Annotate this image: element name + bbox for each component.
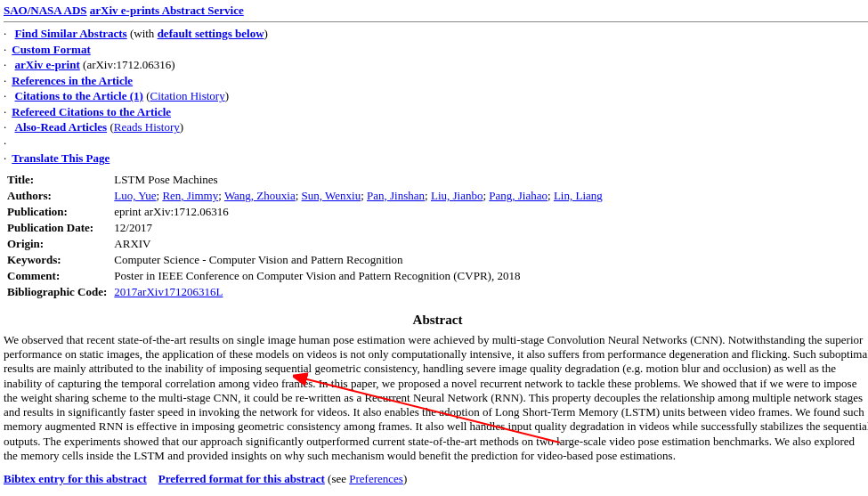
- author-link[interactable]: Sun, Wenxiu: [302, 189, 361, 202]
- origin-value: ARXIV: [110, 236, 605, 252]
- nav-translate-page[interactable]: Translate This Page: [12, 151, 110, 165]
- title-value: LSTM Pose Machines: [110, 172, 605, 188]
- comment-label: Comment:: [4, 268, 110, 284]
- preferences-link[interactable]: Preferences: [349, 472, 403, 485]
- metadata-table: Title: LSTM Pose Machines Authors: Luo, …: [4, 172, 606, 300]
- bibtex-entry-link[interactable]: Bibtex entry for this abstract: [4, 472, 147, 485]
- author-link[interactable]: Ren, Jimmy: [162, 189, 218, 202]
- nav-citations[interactable]: Citations to the Article (1): [15, 89, 143, 102]
- author-link[interactable]: Liu, Jianbo: [431, 189, 483, 202]
- nav-default-settings[interactable]: default settings below: [158, 27, 264, 40]
- nav-list: Find Similar Abstracts (with default set…: [4, 26, 868, 167]
- author-link[interactable]: Pan, Jinshan: [367, 189, 425, 202]
- arxiv-id-text: (arXiv:1712.06316): [80, 58, 175, 71]
- author-link[interactable]: Pang, Jiahao: [489, 189, 548, 202]
- nav-refereed-citations[interactable]: Refereed Citations to the Article: [12, 105, 171, 118]
- keywords-label: Keywords:: [4, 252, 110, 268]
- origin-label: Origin:: [4, 236, 110, 252]
- nav-references[interactable]: References in the Article: [12, 74, 133, 87]
- abstract-heading: Abstract: [4, 313, 868, 328]
- pubdate-value: 12/2017: [110, 220, 605, 236]
- author-link[interactable]: Wang, Zhouxia: [224, 189, 296, 202]
- abstract-text: We observed that recent state-of-the-art…: [4, 333, 868, 463]
- preferred-format-link[interactable]: Preferred format for this abstract: [158, 472, 325, 485]
- authors-label: Authors:: [4, 188, 110, 204]
- title-label: Title:: [4, 172, 110, 188]
- author-link[interactable]: Lin, Liang: [554, 189, 603, 202]
- comment-value: Poster in IEEE Conference on Computer Vi…: [110, 268, 605, 284]
- header-link-sao-nasa[interactable]: SAO/NASA ADS: [4, 4, 87, 17]
- authors-value: Luo, Yue; Ren, Jimmy; Wang, Zhouxia; Sun…: [110, 188, 605, 204]
- author-link[interactable]: Luo, Yue: [114, 189, 156, 202]
- header-link-arxiv-service[interactable]: arXiv e-prints Abstract Service: [90, 4, 244, 17]
- publication-value: eprint arXiv:1712.06316: [110, 204, 605, 220]
- bibcode-link[interactable]: 2017arXiv171206316L: [114, 285, 223, 298]
- nav-also-read[interactable]: Also-Read Articles: [15, 120, 108, 134]
- nav-citation-history[interactable]: Citation History: [150, 89, 225, 102]
- divider: [4, 21, 868, 22]
- nav-find-similar[interactable]: Find Similar Abstracts: [15, 27, 127, 40]
- nav-custom-format[interactable]: Custom Format: [12, 43, 90, 56]
- pubdate-label: Publication Date:: [4, 220, 110, 236]
- nav-reads-history[interactable]: Reads History: [114, 120, 180, 134]
- bibcode-label: Bibliographic Code:: [4, 284, 110, 300]
- keywords-value: Computer Science - Computer Vision and P…: [110, 252, 605, 268]
- publication-label: Publication:: [4, 204, 110, 220]
- nav-arxiv-eprint[interactable]: arXiv e-print: [15, 58, 80, 71]
